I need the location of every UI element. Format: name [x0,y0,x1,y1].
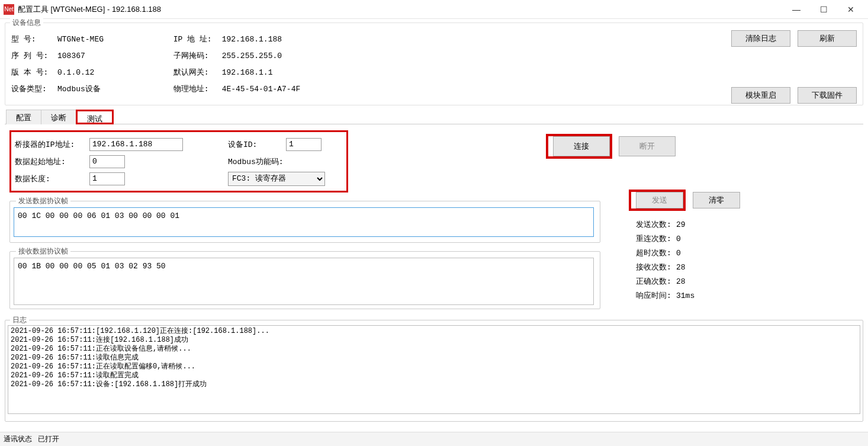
data-len-input[interactable] [89,172,125,185]
send-frame-section: 发送数据协议帧 [9,201,600,243]
log-section: 日志 2021-09-26 16:57:11:[192.168.1.120]正在… [5,320,863,422]
value-correct-count: 28 [676,277,686,286]
window-title: 配置工具 [WTGNet-MEG] - 192.168.1.188 [18,4,783,15]
label-subnet: 子网掩码: [173,48,222,65]
maximize-button[interactable]: ☐ [810,1,837,18]
value-serial: 108367 [57,52,85,60]
label-start-addr: 数据起始地址: [15,156,89,167]
statusbar: 通讯状态 已打开 [0,432,868,446]
label-retry-count: 重连次数: [636,232,676,246]
status-value: 已打开 [38,434,59,444]
start-addr-input[interactable] [89,155,125,168]
clear-log-button[interactable]: 清除日志 [731,30,790,47]
right-stats-panel: 发送 清零 发送次数:29 重连次数:0 超时次数:0 接收次数:28 正确次数… [629,190,759,303]
status-label: 通讯状态 [4,434,32,444]
value-send-count: 29 [676,220,686,229]
clear-stats-button[interactable]: 清零 [693,192,740,208]
label-serial: 序 列 号: [11,48,57,65]
label-correct-count: 正确次数: [636,275,676,289]
minimize-button[interactable]: — [783,1,810,18]
titlebar: Net 配置工具 [WTGNet-MEG] - 192.168.1.188 — … [0,0,868,19]
label-gateway: 默认网关: [173,65,222,81]
test-params-group: 桥接器的IP地址: 数据起始地址: 数据长度: 设备ID: [9,130,348,192]
close-button[interactable]: ✕ [837,1,864,18]
bridge-ip-input[interactable] [89,138,183,151]
app-window: Net 配置工具 [WTGNet-MEG] - 192.168.1.188 — … [0,0,868,446]
value-timeout-count: 0 [676,249,681,258]
send-frame-label: 发送数据协议帧 [16,196,70,206]
value-retry-count: 0 [676,235,681,243]
recv-frame-box[interactable]: 00 1B 00 00 00 05 01 03 02 93 50 [14,258,594,305]
label-data-len: 数据长度: [15,174,89,184]
device-id-input[interactable] [286,138,322,151]
disconnect-button[interactable]: 断开 [619,136,676,156]
label-resp-time: 响应时间: [636,289,676,303]
tab-config[interactable]: 配置 [6,110,41,124]
send-frame-box[interactable] [14,207,594,237]
value-subnet: 255.255.255.0 [222,52,282,60]
send-button[interactable]: 发送 [636,192,683,208]
module-restart-button[interactable]: 模块重启 [731,87,790,104]
value-gateway: 192.168.1.1 [222,68,273,77]
connect-button[interactable]: 连接 [553,136,610,156]
label-ip: IP 地 址: [173,31,222,48]
func-code-select[interactable]: FC3: 读寄存器 [228,172,325,186]
value-mac: 4E-45-54-01-A7-4F [222,85,301,94]
refresh-button[interactable]: 刷新 [798,30,857,47]
tab-diagnose[interactable]: 诊断 [41,110,76,124]
value-type: Modbus设备 [57,85,101,94]
tab-strip: 配置 诊断 测试 [5,109,863,124]
label-timeout-count: 超时次数: [636,246,676,261]
value-recv-count: 28 [676,263,686,272]
device-info-title: 设备信息 [10,18,43,28]
label-version: 版 本 号: [11,65,57,81]
label-recv-count: 接收次数: [636,261,676,275]
value-resp-time: 31ms [676,291,695,300]
value-model: WTGNet-MEG [57,35,104,44]
label-type: 设备类型: [11,81,57,98]
download-firmware-button[interactable]: 下载固件 [798,87,857,104]
label-func-code: Modbus功能码: [228,156,286,167]
log-title: 日志 [10,315,29,325]
device-info-panel: 设备信息 型 号:WTGNet-MEG 序 列 号:108367 版 本 号:0… [5,23,863,105]
log-box[interactable]: 2021-09-26 16:57:11:[192.168.1.120]正在连接:… [8,325,860,414]
label-send-count: 发送次数: [636,218,676,232]
value-ip: 192.168.1.188 [222,35,282,44]
content-area: 设备信息 型 号:WTGNet-MEG 序 列 号:108367 版 本 号:0… [0,19,868,422]
label-model: 型 号: [11,31,57,48]
label-mac: 物理地址: [173,81,222,98]
label-device-id: 设备ID: [228,139,286,150]
tab-test[interactable]: 测试 [76,110,114,124]
value-version: 0.1.0.12 [57,68,94,77]
app-icon: Net [4,4,14,15]
recv-frame-section: 接收数据协议帧 00 1B 00 00 00 05 01 03 02 93 50 [9,251,600,309]
label-bridge-ip: 桥接器的IP地址: [15,139,89,150]
recv-frame-label: 接收数据协议帧 [16,246,70,256]
